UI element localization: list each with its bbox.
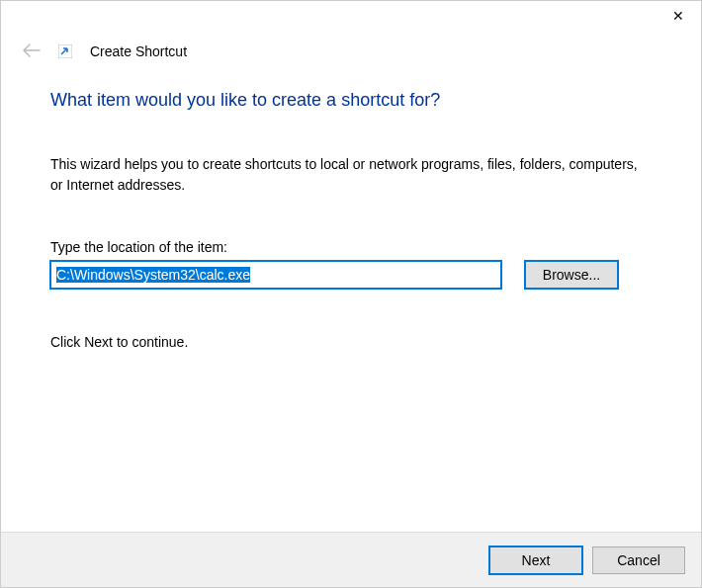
location-input[interactable]: C:\Windows\System32\calc.exe: [50, 261, 501, 289]
close-button[interactable]: ✕: [656, 1, 701, 31]
continue-instruction: Click Next to continue.: [50, 334, 652, 350]
wizard-content: What item would you like to create a sho…: [1, 90, 701, 350]
titlebar: ✕: [1, 1, 701, 37]
page-heading: What item would you like to create a sho…: [50, 90, 652, 111]
location-input-value: C:\Windows\System32\calc.exe: [56, 267, 250, 283]
location-input-row: C:\Windows\System32\calc.exe Browse...: [50, 261, 652, 289]
shortcut-icon: [58, 44, 72, 58]
back-arrow-icon: [23, 42, 41, 60]
next-button[interactable]: Next: [489, 546, 582, 574]
wizard-description: This wizard helps you to create shortcut…: [50, 154, 652, 196]
wizard-title: Create Shortcut: [90, 43, 187, 59]
wizard-header: Create Shortcut: [1, 37, 701, 90]
close-icon: ✕: [672, 8, 684, 24]
browse-button[interactable]: Browse...: [525, 261, 618, 289]
wizard-footer: Next Cancel: [1, 532, 701, 587]
location-label: Type the location of the item:: [50, 239, 652, 255]
cancel-button[interactable]: Cancel: [592, 546, 685, 574]
